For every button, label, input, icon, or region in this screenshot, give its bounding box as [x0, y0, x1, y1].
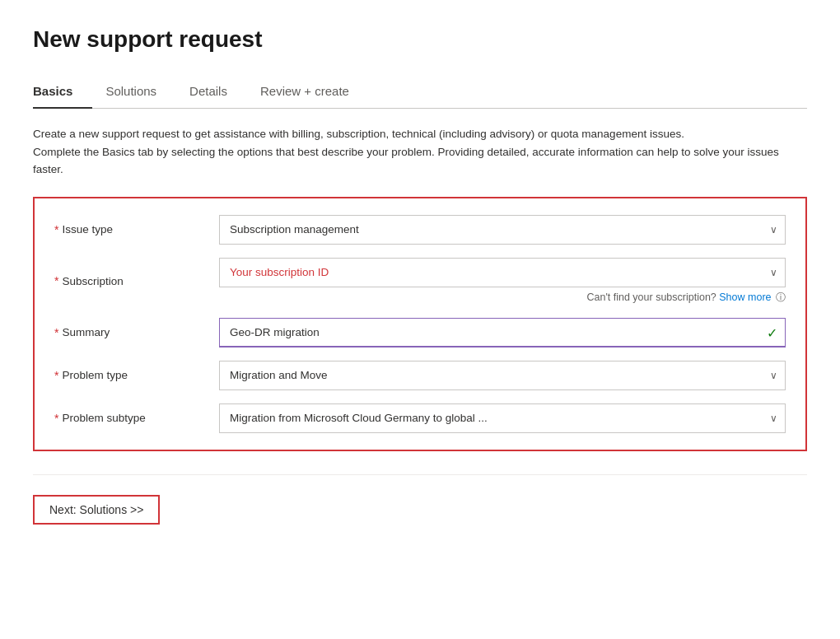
show-more-link[interactable]: Show more	[719, 292, 771, 303]
problem-subtype-field: Migration from Microsoft Cloud Germany t…	[219, 403, 786, 433]
problem-type-field: Migration and Move ∨	[219, 361, 786, 390]
issue-type-field: Subscription management ∨	[219, 215, 786, 245]
info-icon: ⓘ	[776, 292, 786, 303]
problem-subtype-label: * Problem subtype	[54, 412, 219, 425]
tab-solutions[interactable]: Solutions	[105, 76, 176, 108]
section-divider	[33, 474, 807, 475]
required-star-issue-type: *	[54, 223, 58, 236]
tab-details[interactable]: Details	[189, 76, 247, 108]
problem-subtype-row: * Problem subtype Migration from Microso…	[54, 403, 786, 433]
problem-type-row: * Problem type Migration and Move ∨	[54, 361, 786, 390]
page-title: New support request	[33, 26, 807, 53]
summary-input[interactable]	[219, 318, 786, 347]
required-star-summary: *	[54, 326, 58, 339]
problem-type-label: * Problem type	[54, 369, 219, 382]
tab-basics[interactable]: Basics	[33, 76, 92, 108]
required-star-problem-subtype: *	[54, 412, 58, 425]
required-star-problem-type: *	[54, 369, 58, 382]
subscription-row: * Subscription Your subscription ID ∨ Ca…	[54, 258, 786, 305]
problem-type-select[interactable]: Migration and Move	[219, 361, 786, 390]
form-description: Create a new support request to get assi…	[33, 125, 807, 179]
required-star-subscription: *	[54, 274, 58, 287]
tab-review-create[interactable]: Review + create	[260, 76, 369, 108]
subscription-field: Your subscription ID ∨ Can't find your s…	[219, 258, 786, 305]
checkmark-icon: ✓	[767, 324, 777, 340]
next-solutions-button[interactable]: Next: Solutions >>	[33, 495, 160, 525]
subscription-label: * Subscription	[54, 274, 219, 287]
problem-subtype-select[interactable]: Migration from Microsoft Cloud Germany t…	[219, 403, 786, 433]
basics-form: * Issue type Subscription management ∨ *…	[33, 197, 807, 451]
tabs-navigation: Basics Solutions Details Review + create	[33, 76, 807, 109]
issue-type-select[interactable]: Subscription management	[219, 215, 786, 245]
summary-row: * Summary ✓	[54, 318, 786, 347]
subscription-select[interactable]: Your subscription ID	[219, 258, 786, 287]
summary-field: ✓	[219, 318, 786, 347]
issue-type-row: * Issue type Subscription management ∨	[54, 215, 786, 245]
subscription-hint: Can't find your subscription? Show more …	[219, 291, 786, 305]
summary-label: * Summary	[54, 326, 219, 339]
issue-type-label: * Issue type	[54, 223, 219, 236]
